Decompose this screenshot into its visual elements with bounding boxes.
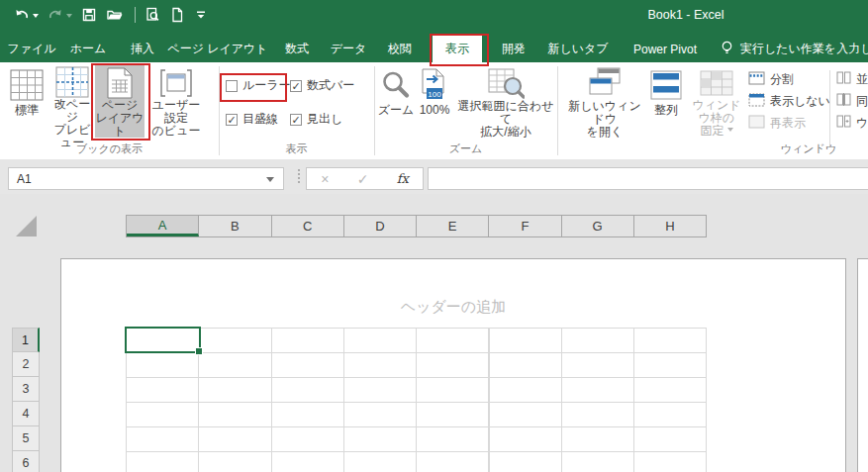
customize-qat-button[interactable] [194, 8, 208, 22]
undo-dropdown-icon[interactable] [33, 14, 39, 21]
tab-new-tab[interactable]: 新しいタブ [542, 36, 614, 62]
page-layout-view-button[interactable]: ページ レイアウト [95, 64, 145, 138]
freeze-panes-button[interactable]: ウィンドウ枠の 固定 [688, 64, 745, 138]
custom-views-icon [159, 66, 193, 99]
tab-page-layout[interactable]: ページ レイアウト [168, 36, 267, 62]
ruler-checkbox-box[interactable] [226, 80, 238, 92]
freeze-panes-label-line1: ウィンドウ枠の [688, 99, 745, 125]
tab-view[interactable]: 表示 [433, 36, 482, 62]
synchronous-scrolling-icon [836, 93, 851, 109]
row-header-6[interactable]: 6 [12, 451, 40, 472]
tab-insert[interactable]: 挿入 [121, 36, 164, 62]
arrange-all-icon [650, 66, 682, 104]
new-document-icon [169, 7, 185, 23]
zoom-100-badge: 100 [428, 90, 441, 99]
qat-separator [135, 7, 136, 23]
normal-view-label: 標準 [15, 104, 39, 117]
zoom-100-button[interactable]: 100 100% [415, 64, 454, 138]
arrange-all-button[interactable]: 整列 [646, 64, 686, 138]
new-window-button[interactable]: 新しいウィンドウ を開く [564, 64, 645, 138]
normal-view-button[interactable]: 標準 [6, 64, 48, 138]
formula-input[interactable] [428, 167, 868, 190]
column-header-a[interactable]: A [127, 216, 199, 236]
new-document-button[interactable] [169, 7, 185, 23]
cancel-icon[interactable]: × [321, 172, 329, 186]
column-header-e[interactable]: E [417, 216, 489, 236]
open-button[interactable] [106, 7, 124, 23]
row-header-3[interactable]: 3 [12, 377, 40, 402]
reset-window-position-icon [836, 115, 851, 131]
column-header-b[interactable]: B [199, 216, 271, 236]
select-all-button[interactable] [16, 216, 37, 236]
hide-button[interactable]: 表示しない [748, 92, 830, 110]
undo-button[interactable] [14, 7, 39, 23]
ruler-checkbox-label: ルーラー [242, 77, 291, 94]
quick-access-toolbar [0, 7, 217, 23]
split-button[interactable]: 分割 [748, 70, 794, 88]
custom-views-label-line2: のビュー [152, 125, 201, 138]
row-header-4[interactable]: 4 [12, 402, 40, 426]
enter-icon[interactable]: ✓ [357, 172, 369, 186]
name-box-dropdown-icon[interactable] [266, 177, 274, 186]
synchronous-scrolling-button[interactable]: 同 [836, 92, 868, 110]
zoom-button[interactable]: ズーム [375, 64, 417, 138]
reset-window-position-button[interactable]: ウ [836, 114, 868, 132]
view-side-by-side-button[interactable]: 並 [836, 70, 868, 88]
tell-me-box[interactable]: 実行したい作業を入力して [720, 36, 868, 62]
print-preview-icon [145, 7, 160, 23]
zoom-icon [380, 66, 412, 104]
name-box[interactable]: A1 [8, 167, 284, 190]
column-header-g[interactable]: G [562, 216, 634, 236]
gridlines-checkbox-label: 目盛線 [242, 111, 278, 128]
tab-review[interactable]: 校閲 [376, 36, 424, 62]
new-window-label-line1: 新しいウィンドウ [564, 100, 645, 126]
insert-function-button[interactable]: fx [397, 171, 409, 186]
column-header-c[interactable]: C [272, 216, 344, 236]
formula-bar-row: A1 × ✓ fx [0, 159, 868, 194]
custom-views-label-line1: ユーザー設定 [146, 99, 206, 125]
fill-handle[interactable] [195, 347, 203, 355]
row-header-5[interactable]: 5 [12, 426, 40, 451]
column-header-f[interactable]: F [489, 216, 561, 236]
unhide-label: 再表示 [770, 115, 806, 132]
custom-views-button[interactable]: ユーザー設定 のビュー [146, 64, 206, 138]
lightbulb-icon [720, 40, 734, 58]
zoom-label: ズーム [378, 104, 415, 117]
zoom-to-selection-button[interactable]: 選択範囲に合わせて 拡大/縮小 [454, 64, 557, 138]
formula-bar-checkbox-label: 数式バー [307, 77, 354, 94]
unhide-button[interactable]: 再表示 [748, 114, 806, 132]
save-button[interactable] [81, 7, 97, 23]
headings-checkbox[interactable]: ✓ 見出し [290, 111, 342, 128]
formula-bar-checkbox[interactable]: ✓ 数式バー [290, 77, 354, 94]
reset-window-position-label: ウ [856, 115, 868, 132]
row-header-2[interactable]: 2 [12, 352, 40, 377]
selected-cell-a1[interactable] [125, 327, 201, 353]
zoom-100-label: 100% [420, 104, 450, 117]
gridlines-checkbox-box[interactable]: ✓ [226, 114, 238, 126]
view-side-by-side-icon [836, 71, 851, 87]
formula-bar-resize-handle[interactable] [298, 169, 300, 183]
redo-dropdown-icon[interactable] [66, 14, 72, 21]
row-header-1[interactable]: 1 [12, 328, 40, 352]
ruler-checkbox[interactable]: ルーラー [226, 77, 291, 94]
gridlines-checkbox[interactable]: ✓ 目盛線 [226, 111, 278, 128]
name-box-value: A1 [17, 172, 32, 186]
formula-bar-checkbox-box[interactable]: ✓ [290, 80, 302, 92]
print-preview-button[interactable] [145, 7, 160, 23]
headings-checkbox-box[interactable]: ✓ [290, 114, 302, 126]
tab-home[interactable]: ホーム [63, 36, 113, 62]
tab-formulas[interactable]: 数式 [274, 36, 320, 62]
zoom-to-selection-icon [488, 66, 525, 100]
tab-data[interactable]: データ [325, 36, 372, 62]
cells-grid[interactable] [126, 328, 707, 472]
redo-icon [48, 7, 63, 23]
tab-file[interactable]: ファイル [6, 36, 57, 62]
add-header-placeholder[interactable]: ヘッダーの追加 [401, 298, 506, 317]
zoom-to-selection-label-line1: 選択範囲に合わせて [454, 100, 557, 126]
column-header-d[interactable]: D [344, 216, 417, 236]
tab-power-pivot[interactable]: Power Pivot [620, 36, 711, 62]
tab-developer[interactable]: 開発 [490, 36, 537, 62]
page-break-preview-button[interactable]: 改ページ プレビュー [49, 64, 95, 138]
column-header-h[interactable]: H [634, 216, 706, 236]
redo-button[interactable] [48, 7, 72, 23]
